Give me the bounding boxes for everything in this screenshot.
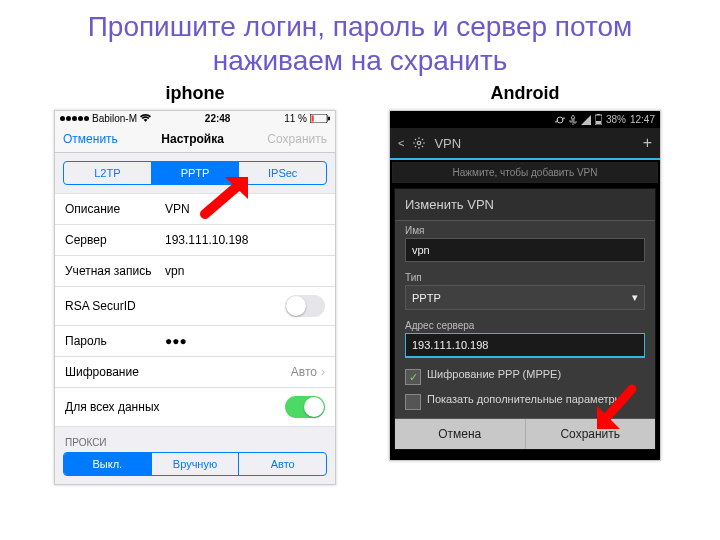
account-label: Учетная запись — [65, 264, 165, 278]
seg-pptp[interactable]: PPTP — [151, 162, 239, 184]
back-icon[interactable]: < — [398, 137, 404, 149]
account-value: vpn — [165, 264, 184, 278]
name-input[interactable]: vpn — [405, 238, 645, 262]
server-value: 193.111.10.198 — [165, 233, 248, 247]
svg-rect-2 — [311, 116, 313, 122]
rsa-toggle[interactable] — [285, 295, 325, 317]
svg-rect-1 — [328, 117, 330, 121]
encryption-label: Шифрование — [65, 365, 291, 379]
iphone-label: iphone — [45, 83, 345, 104]
password-label: Пароль — [65, 334, 165, 348]
checkbox-icon — [405, 369, 421, 385]
row-server[interactable]: Сервер 193.111.10.198 — [55, 225, 335, 256]
advanced-checkbox[interactable]: Показать дополнительные параметры — [395, 389, 655, 414]
password-value: ●●● — [165, 334, 187, 348]
battery-icon — [310, 114, 330, 123]
proxy-off[interactable]: Выкл. — [64, 453, 151, 475]
rsa-label: RSA SecurID — [65, 299, 285, 313]
battery-icon — [595, 114, 602, 125]
row-rsa: RSA SecurID — [55, 287, 335, 326]
add-button[interactable]: + — [643, 134, 652, 152]
iphone-screenshot: Babilon-M 22:48 11 % Отменить Настройка … — [54, 110, 336, 485]
mppe-label: Шифрование PPP (MPPE) — [427, 368, 561, 380]
dropdown-icon: ▾ — [632, 291, 638, 304]
desc-value: VPN — [165, 202, 190, 216]
svg-rect-5 — [596, 121, 601, 124]
dialog-title: Изменить VPN — [395, 189, 655, 221]
screen-title: VPN — [434, 136, 461, 151]
wifi-icon — [140, 113, 151, 124]
proxy-section: ПРОКСИ — [55, 427, 335, 452]
svg-point-6 — [418, 141, 422, 145]
status-time: 22:48 — [205, 113, 231, 124]
battery-percent: 11 % — [284, 113, 307, 124]
server-label: Адрес сервера — [405, 320, 645, 331]
server-label: Сервер — [65, 233, 165, 247]
seg-l2tp[interactable]: L2TP — [64, 162, 151, 184]
advanced-label: Показать дополнительные параметры — [427, 393, 622, 405]
save-button[interactable]: Сохранить — [267, 132, 327, 146]
type-select[interactable]: PPTP ▾ — [405, 285, 645, 310]
ios-nav-bar: Отменить Настройка Сохранить — [55, 126, 335, 153]
sendall-label: Для всех данных — [65, 400, 285, 414]
mppe-checkbox[interactable]: Шифрование PPP (MPPE) — [395, 364, 655, 389]
android-label: Android — [375, 83, 675, 104]
chevron-right-icon: › — [321, 365, 325, 379]
signal-icon — [60, 116, 89, 121]
desc-label: Описание — [65, 202, 165, 216]
checkbox-icon — [405, 394, 421, 410]
sync-icon — [555, 115, 565, 125]
carrier-name: Babilon-M — [92, 113, 137, 124]
row-sendall: Для всех данных — [55, 388, 335, 427]
usb-icon — [569, 115, 577, 125]
save-button[interactable]: Сохранить — [525, 419, 656, 449]
type-label: Тип — [405, 272, 645, 283]
sendall-toggle[interactable] — [285, 396, 325, 418]
edit-vpn-dialog: Изменить VPN Имя vpn Тип PPTP ▾ Адрес се… — [394, 188, 656, 450]
android-status-bar: 38% 12:47 — [390, 111, 660, 128]
row-encryption[interactable]: Шифрование Авто › — [55, 357, 335, 388]
slide-title: Пропишите логин, пароль и сервер потом н… — [0, 0, 720, 83]
row-account[interactable]: Учетная запись vpn — [55, 256, 335, 287]
server-input[interactable]: 193.111.10.198 — [405, 333, 645, 358]
vpn-type-segmented[interactable]: L2TP PPTP IPSec — [63, 161, 327, 185]
row-description[interactable]: Описание VPN — [55, 193, 335, 225]
nav-title: Настройка — [161, 132, 224, 146]
gear-icon — [412, 136, 426, 150]
cancel-button[interactable]: Отменить — [63, 132, 118, 146]
seg-ipsec[interactable]: IPSec — [238, 162, 326, 184]
android-screenshot: 38% 12:47 < VPN + Нажмите, чтобы добавит… — [389, 110, 661, 461]
hint-text[interactable]: Нажмите, чтобы добавить VPN — [392, 162, 658, 183]
proxy-auto[interactable]: Авто — [238, 453, 326, 475]
battery-percent: 38% — [606, 114, 626, 125]
ios-status-bar: Babilon-M 22:48 11 % — [55, 111, 335, 126]
android-action-bar: < VPN + — [390, 128, 660, 160]
status-time: 12:47 — [630, 114, 655, 125]
type-value: PPTP — [412, 292, 441, 304]
proxy-segmented[interactable]: Выкл. Вручную Авто — [63, 452, 327, 476]
row-password[interactable]: Пароль ●●● — [55, 326, 335, 357]
svg-rect-4 — [597, 114, 600, 115]
signal-icon — [581, 115, 591, 125]
proxy-manual[interactable]: Вручную — [151, 453, 239, 475]
encryption-value: Авто — [291, 365, 317, 379]
cancel-button[interactable]: Отмена — [395, 419, 525, 449]
name-label: Имя — [405, 225, 645, 236]
